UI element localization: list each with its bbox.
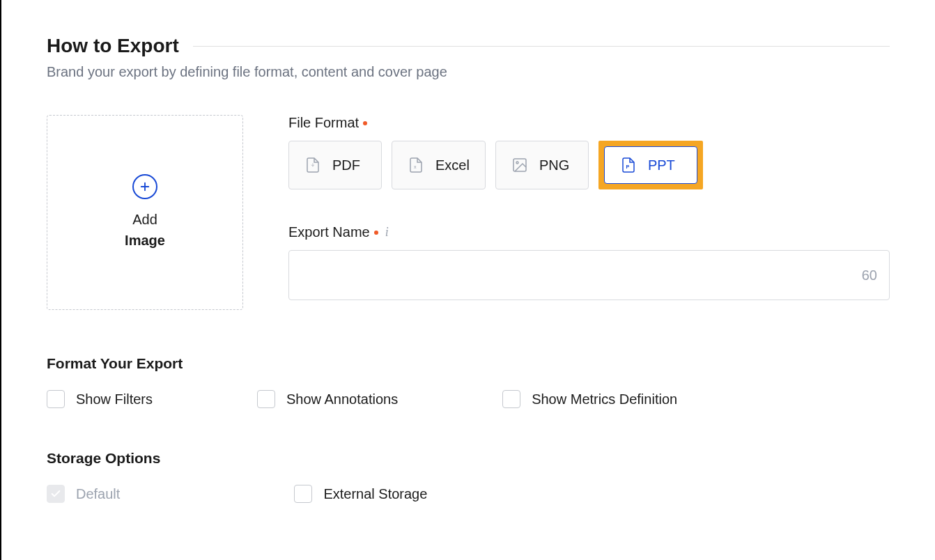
checkbox-unchecked-icon bbox=[257, 390, 275, 408]
file-format-label: File Format bbox=[288, 115, 359, 131]
format-option-ppt-label: PPT bbox=[648, 157, 675, 173]
image-file-icon bbox=[511, 157, 528, 173]
add-image-dropzone[interactable]: Add Image bbox=[47, 115, 243, 310]
format-option-pdf[interactable]: PDF bbox=[288, 141, 382, 189]
storage-external-checkbox[interactable]: External Storage bbox=[294, 485, 427, 503]
ppt-file-icon: P bbox=[620, 157, 637, 173]
checkbox-checked-disabled-icon bbox=[47, 485, 65, 503]
export-name-input[interactable] bbox=[288, 250, 890, 300]
format-option-png[interactable]: PNG bbox=[495, 141, 589, 189]
page-subtitle: Brand your export by defining file forma… bbox=[47, 64, 890, 80]
export-name-char-counter: 60 bbox=[862, 267, 877, 283]
export-name-label: Export Name bbox=[288, 224, 370, 240]
storage-external-label: External Storage bbox=[323, 486, 427, 502]
ppt-highlight: P PPT bbox=[598, 141, 703, 189]
svg-text:P: P bbox=[626, 164, 629, 169]
svg-text:x: x bbox=[414, 164, 417, 169]
checkbox-unchecked-icon bbox=[47, 390, 65, 408]
required-indicator-icon bbox=[363, 121, 367, 125]
info-icon[interactable]: i bbox=[385, 225, 389, 240]
format-option-pdf-label: PDF bbox=[332, 157, 360, 173]
format-option-excel[interactable]: x Excel bbox=[392, 141, 486, 189]
add-image-label: Add Image bbox=[125, 209, 165, 251]
show-filters-label: Show Filters bbox=[76, 391, 153, 407]
pdf-file-icon bbox=[304, 157, 321, 173]
storage-default-label: Default bbox=[76, 486, 120, 502]
header-divider bbox=[193, 46, 890, 47]
storage-default-checkbox: Default bbox=[47, 485, 120, 503]
required-indicator-icon bbox=[374, 231, 378, 235]
show-annotations-checkbox[interactable]: Show Annotations bbox=[257, 390, 398, 408]
format-option-ppt[interactable]: P PPT bbox=[604, 146, 697, 184]
format-section-heading: Format Your Export bbox=[47, 355, 890, 372]
show-metrics-definition-label: Show Metrics Definition bbox=[532, 391, 677, 407]
show-annotations-label: Show Annotations bbox=[286, 391, 398, 407]
checkbox-unchecked-icon bbox=[502, 390, 520, 408]
page-title: How to Export bbox=[47, 35, 179, 57]
checkbox-unchecked-icon bbox=[294, 485, 312, 503]
excel-file-icon: x bbox=[408, 157, 424, 173]
format-option-png-label: PNG bbox=[539, 157, 569, 173]
show-filters-checkbox[interactable]: Show Filters bbox=[47, 390, 153, 408]
storage-section-heading: Storage Options bbox=[47, 450, 890, 467]
svg-point-4 bbox=[516, 162, 518, 164]
show-metrics-definition-checkbox[interactable]: Show Metrics Definition bbox=[502, 390, 677, 408]
format-option-excel-label: Excel bbox=[435, 157, 470, 173]
add-circle-icon bbox=[132, 174, 157, 199]
